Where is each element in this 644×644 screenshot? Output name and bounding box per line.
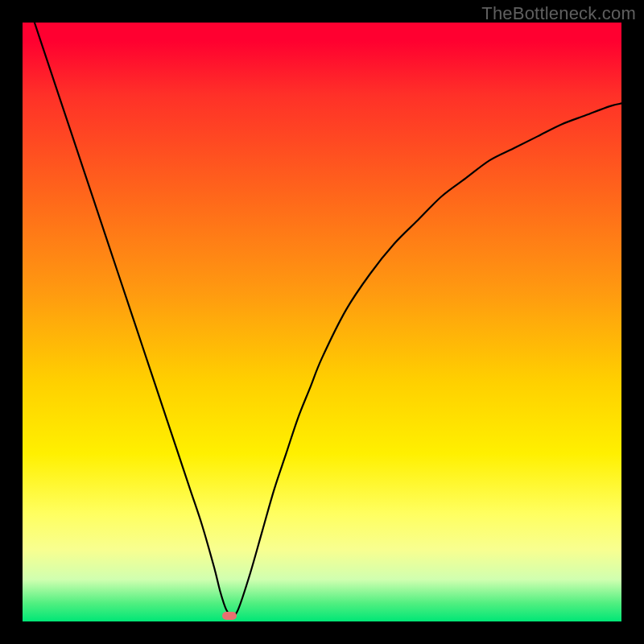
bottleneck-curve <box>23 23 621 621</box>
minimum-marker <box>222 612 237 620</box>
plot-area <box>23 23 621 621</box>
watermark-text: TheBottleneck.com <box>481 3 636 24</box>
chart-frame: TheBottleneck.com <box>0 0 644 644</box>
